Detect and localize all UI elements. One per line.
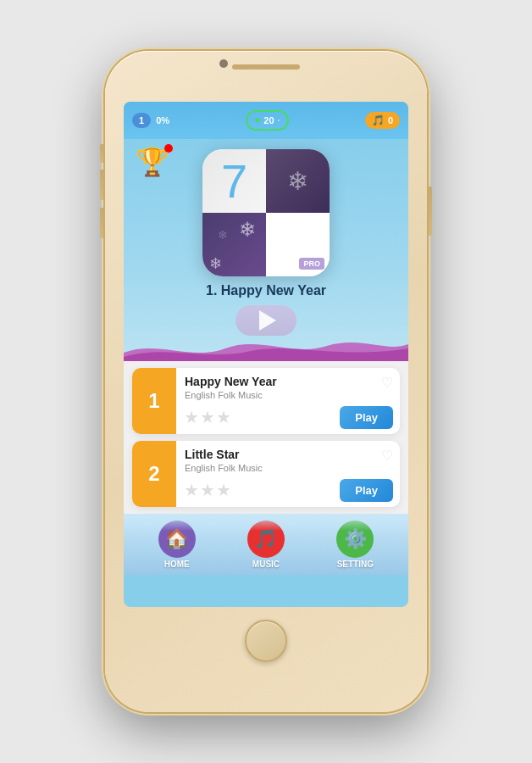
game-tile[interactable]: 7 ❄ ❄ ❄ ❄ PRO: [202, 149, 330, 276]
song-title-group-2: Little Star English Folk Music: [185, 448, 263, 473]
front-camera: [219, 59, 228, 68]
stars-2: [185, 484, 230, 498]
heart-icon: ♥: [254, 114, 260, 126]
hearts-pill: ♥ 20 ·: [246, 110, 288, 131]
song-header-2: Little Star English Folk Music ♡: [185, 448, 393, 473]
music-note-icon: 🎵: [372, 114, 385, 126]
star-1-2: [201, 411, 214, 425]
star-2-1: [185, 484, 198, 498]
play-button-2[interactable]: Play: [340, 479, 393, 502]
heart-button-2[interactable]: ♡: [381, 448, 393, 464]
song-card-2: 2 Little Star English Folk Music ♡: [132, 441, 400, 507]
tile-bottom-left: ❄ ❄ ❄: [202, 213, 266, 276]
play-wave-background: [236, 305, 296, 336]
setting-label: SETTING: [337, 560, 374, 569]
song-list: 1 Happy New Year English Folk Music ♡: [124, 361, 408, 514]
song-card-1: 1 Happy New Year English Folk Music ♡: [132, 368, 400, 434]
star-1-3: [217, 411, 230, 425]
song-rank-2: 2: [132, 441, 176, 507]
star-2-3: [217, 484, 230, 498]
percent-value: 0%: [156, 115, 169, 125]
music-label: MUSIC: [252, 560, 280, 569]
nav-music[interactable]: 🎵 MUSIC: [247, 521, 285, 569]
song-rank-1: 1: [132, 368, 176, 434]
home-icon: 🏠: [165, 528, 188, 550]
trophy-badge: [164, 144, 173, 153]
stars-1: [185, 411, 230, 425]
trophy-emoji: 🏆: [136, 147, 169, 177]
play-button-1[interactable]: Play: [340, 406, 393, 429]
nav-home[interactable]: 🏠 HOME: [158, 521, 196, 569]
volume-up-button: [100, 170, 103, 200]
snowflake-icon-4: ❄: [218, 228, 228, 242]
coins-count: 0: [388, 115, 393, 125]
song-bottom-2: Play: [185, 479, 393, 502]
play-triangle-icon: [259, 310, 276, 331]
silent-switch: [100, 144, 103, 163]
speaker-grille: [232, 64, 300, 70]
song-title-group-1: Happy New Year English Folk Music: [185, 375, 277, 400]
level-value: 1: [139, 115, 144, 125]
bottom-nav: 🏠 HOME 🎵 MUSIC ⚙️ SETTING: [124, 514, 408, 575]
song-genre-2: English Folk Music: [185, 463, 263, 473]
snowflake-icon-3: ❄: [209, 254, 222, 273]
home-icon-circle: 🏠: [158, 521, 196, 558]
home-button[interactable]: [245, 620, 287, 662]
phone-mockup: 1 0% ♥ 20 · 🎵 0: [0, 0, 532, 763]
hearts-count: 20: [263, 115, 274, 125]
song-header-1: Happy New Year English Folk Music ♡: [185, 375, 393, 400]
tile-top-right: ❄: [266, 149, 330, 213]
phone-frame: 1 0% ♥ 20 · 🎵 0: [105, 51, 427, 712]
star-2-2: [201, 484, 214, 498]
snowflake-icon-1: ❄: [287, 166, 308, 196]
song-info-2: Little Star English Folk Music ♡: [176, 441, 400, 507]
tile-bottom-right: PRO: [266, 213, 330, 276]
phone-top: [105, 51, 427, 102]
home-label: HOME: [164, 560, 190, 569]
setting-icon: ⚙️: [344, 528, 367, 550]
song-info-1: Happy New Year English Folk Music ♡: [176, 368, 400, 434]
music-icon-circle: 🎵: [247, 521, 285, 558]
main-content: 🏆 7 ❄ ❄ ❄ ❄: [124, 139, 408, 575]
trophy-area[interactable]: 🏆: [136, 146, 171, 181]
nav-setting[interactable]: ⚙️ SETTING: [336, 521, 374, 569]
tile-number: 7: [202, 149, 266, 213]
song-name-1: Happy New Year: [185, 375, 277, 388]
volume-down-button: [100, 208, 103, 238]
phone-screen: 1 0% ♥ 20 · 🎵 0: [124, 102, 408, 607]
trophy-icon: 🏆: [136, 146, 171, 181]
hearts-dot: ·: [278, 115, 280, 125]
power-button: [429, 187, 432, 236]
music-icon: 🎵: [254, 528, 277, 550]
song-genre-1: English Folk Music: [185, 390, 277, 400]
setting-icon-circle: ⚙️: [336, 521, 374, 558]
wave-svg: [124, 336, 408, 361]
featured-title: 1. Happy New Year: [206, 283, 326, 298]
status-bar: 1 0% ♥ 20 · 🎵 0: [124, 102, 408, 139]
play-button-area[interactable]: [236, 305, 296, 336]
purple-wave-decoration: [124, 336, 408, 361]
song-name-2: Little Star: [185, 448, 263, 461]
pro-badge: PRO: [299, 258, 324, 270]
heart-button-1[interactable]: ♡: [381, 375, 393, 391]
song-bottom-1: Play: [185, 406, 393, 429]
star-1-1: [185, 411, 198, 425]
phone-bottom: [105, 607, 427, 675]
level-pill: 1: [132, 113, 151, 128]
coins-pill: 🎵 0: [365, 112, 400, 129]
snowflake-icon-2: ❄: [239, 218, 256, 242]
